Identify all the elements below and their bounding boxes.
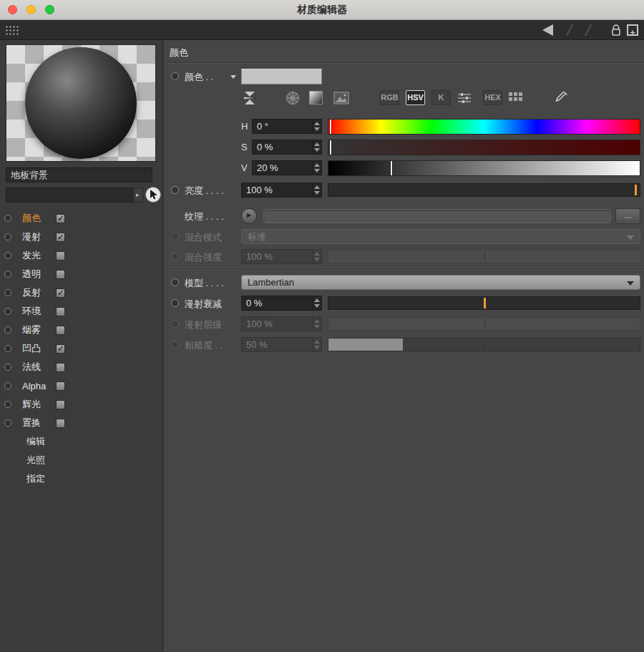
value-row: V 20 %	[164, 160, 644, 176]
channel-checkbox[interactable]	[56, 233, 65, 242]
slider-knob[interactable]	[635, 185, 637, 195]
back-arrow-icon[interactable]	[542, 24, 553, 36]
channel-checkbox[interactable]	[56, 326, 65, 335]
animation-dot-icon[interactable]	[171, 72, 179, 80]
color-row: 颜色 . .	[164, 69, 644, 84]
mode-hex-button[interactable]: HEX	[483, 90, 502, 105]
channel-checkbox[interactable]	[56, 251, 65, 261]
saturation-marker[interactable]	[330, 140, 331, 155]
channel-row-normal[interactable]: 法线	[0, 358, 163, 376]
channel-label[interactable]: Alpha	[22, 381, 56, 391]
channel-checkbox[interactable]	[56, 381, 65, 391]
stepper-arrows-icon[interactable]	[312, 296, 321, 310]
channel-row-reflectance[interactable]: 反射	[0, 283, 163, 302]
select-expand-button[interactable]	[134, 188, 143, 203]
material-preview[interactable]	[6, 44, 156, 162]
animation-dot-icon[interactable]	[171, 299, 179, 307]
stepper-arrows-icon[interactable]	[312, 120, 321, 133]
diffuse-level-label: 漫射层级	[185, 318, 222, 331]
channel-checkbox[interactable]	[56, 363, 65, 372]
channel-label[interactable]: 烟雾	[22, 323, 56, 336]
lock-icon[interactable]	[610, 24, 622, 39]
channel-checkbox[interactable]	[56, 419, 65, 428]
texture-row: 纹理 . . . . ...	[164, 208, 644, 224]
spectrum-icon[interactable]	[309, 91, 323, 104]
channel-label[interactable]: 凹凸	[22, 342, 56, 355]
roughness-slider	[328, 338, 640, 351]
animation-dot-icon	[171, 320, 179, 328]
channel-checkbox[interactable]	[56, 214, 65, 223]
channel-row-color[interactable]: 颜色	[0, 209, 163, 228]
swatches-icon[interactable]	[509, 92, 522, 105]
v-spinner[interactable]: 20 %	[252, 160, 322, 175]
value-gradient-slider[interactable]	[328, 160, 640, 176]
eyedropper-icon[interactable]	[553, 89, 570, 109]
sidebar-item-editor[interactable]: 编辑	[0, 432, 163, 451]
model-dropdown[interactable]: Lambertian	[241, 275, 640, 290]
color-wheel-icon[interactable]	[285, 90, 301, 109]
animation-dot-icon[interactable]	[171, 186, 179, 194]
color-swatch[interactable]	[241, 69, 322, 84]
channel-row-fog[interactable]: 烟雾	[0, 321, 163, 339]
compact-picker-icon[interactable]	[241, 89, 258, 110]
add-material-button[interactable]	[627, 24, 638, 36]
mode-hsv-button[interactable]: HSV	[406, 90, 425, 105]
animation-dot-icon	[171, 341, 179, 349]
channel-row-alpha[interactable]: Alpha	[0, 376, 163, 395]
diffuse-falloff-slider[interactable]	[328, 296, 640, 310]
mixer-icon[interactable]	[457, 92, 472, 107]
material-select-input[interactable]	[6, 188, 133, 203]
brightness-slider[interactable]	[328, 183, 640, 197]
channel-checkbox[interactable]	[56, 400, 65, 409]
color-channel-page: 颜色 颜色 . .	[164, 40, 644, 652]
material-name-input[interactable]	[6, 167, 152, 183]
channel-checkbox[interactable]	[56, 270, 65, 279]
animation-dot-icon[interactable]	[171, 278, 179, 286]
diffuse-falloff-spinner[interactable]: 0 %	[241, 296, 322, 311]
sidebar-item-assign[interactable]: 指定	[0, 469, 163, 488]
sidebar-item-illumination[interactable]: 光照	[0, 451, 163, 469]
hue-marker[interactable]	[330, 120, 331, 134]
channel-label[interactable]: 辉光	[22, 398, 56, 411]
texture-browse-button[interactable]: ...	[615, 208, 640, 224]
channel-checkbox[interactable]	[56, 288, 65, 298]
mode-k-button[interactable]: K	[431, 90, 451, 105]
channel-label[interactable]: 漫射	[22, 230, 56, 243]
stepper-arrows-icon[interactable]	[312, 183, 321, 197]
stepper-arrows-icon[interactable]	[312, 161, 321, 175]
channel-label[interactable]: 颜色	[22, 212, 56, 225]
texture-path-field[interactable]	[263, 209, 611, 223]
hue-gradient-slider[interactable]	[328, 119, 640, 135]
channel-label[interactable]: 环境	[22, 305, 56, 318]
image-icon[interactable]	[333, 92, 349, 107]
s-spinner[interactable]: 0 %	[252, 140, 322, 155]
channel-row-displacement[interactable]: 置换	[0, 414, 163, 432]
channel-label[interactable]: 透明	[22, 268, 56, 281]
brightness-spinner[interactable]: 100 %	[241, 183, 322, 198]
channel-row-luminance[interactable]: 发光	[0, 246, 163, 265]
object-picker-icon[interactable]	[145, 187, 161, 203]
stepper-arrows-icon[interactable]	[312, 140, 321, 154]
channel-checkbox[interactable]	[56, 307, 65, 316]
grip-dots-icon[interactable]	[5, 25, 20, 35]
chevron-down-icon[interactable]	[230, 75, 236, 79]
diffuse-level-spinner: 100 %	[241, 316, 322, 331]
slider-knob[interactable]	[484, 298, 486, 308]
v-label: V	[241, 162, 248, 173]
texture-expand-button[interactable]	[241, 208, 257, 224]
channel-label[interactable]: 反射	[22, 286, 56, 299]
channel-checkbox[interactable]	[56, 344, 65, 354]
value-marker[interactable]	[391, 161, 392, 175]
channel-row-diffusion[interactable]: 漫射	[0, 228, 163, 246]
channel-row-environment[interactable]: 环境	[0, 302, 163, 321]
mix-strength-slider	[328, 250, 640, 263]
channel-row-bump[interactable]: 凹凸	[0, 339, 163, 358]
channel-row-glow[interactable]: 辉光	[0, 395, 163, 414]
channel-label[interactable]: 法线	[22, 361, 56, 374]
channel-label[interactable]: 置换	[22, 417, 56, 429]
h-spinner[interactable]: 0 °	[252, 119, 322, 134]
mode-rgb-button[interactable]: RGB	[380, 90, 399, 105]
channel-row-transparency[interactable]: 透明	[0, 265, 163, 283]
channel-label[interactable]: 发光	[22, 249, 56, 262]
saturation-gradient-slider[interactable]	[328, 140, 640, 155]
